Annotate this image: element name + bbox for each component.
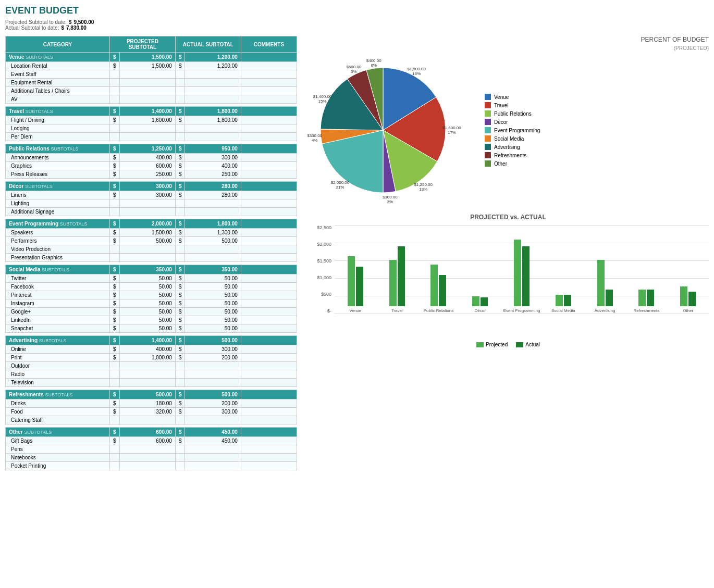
pie-label: $400.006% <box>366 58 381 68</box>
bar-group-label: Public Relations <box>418 308 460 314</box>
item-proj-dollar: $ <box>110 283 120 291</box>
item-act-dollar <box>175 245 185 254</box>
item-name: Additional Signage <box>6 208 110 216</box>
item-name: Food <box>6 408 110 416</box>
item-act-val <box>185 133 241 141</box>
item-act-val: 300.00 <box>185 154 241 162</box>
actual-bar <box>647 290 654 306</box>
section-act-val: 500.00 <box>185 336 241 345</box>
section-proj-dollar: $ <box>110 107 120 116</box>
item-act-dollar <box>175 95 185 104</box>
bar-group: Advertising <box>584 225 626 314</box>
actual-header: ACTUAL SUBTOTAL <box>175 36 241 53</box>
category-header: CATEGORY <box>6 36 110 53</box>
section-proj-val: 600.00 <box>119 428 175 437</box>
section-proj-dollar: $ <box>110 428 120 437</box>
item-proj-dollar: $ <box>110 291 120 299</box>
item-name: Press Releases <box>6 170 110 179</box>
item-act-dollar: $ <box>175 399 185 408</box>
bar-group-label: Social Media <box>543 308 584 314</box>
item-comments <box>241 154 297 162</box>
legend-label: Advertising <box>494 144 520 150</box>
item-name: Graphics <box>6 162 110 170</box>
item-act-dollar <box>175 133 185 141</box>
item-proj-dollar: $ <box>110 274 120 283</box>
item-act-val: 400.00 <box>185 162 241 170</box>
section-act-val: 1,200.00 <box>185 53 241 62</box>
item-act-val <box>185 208 241 216</box>
item-act-dollar <box>175 416 185 424</box>
item-proj-dollar <box>110 445 120 454</box>
section-act-val: 1,800.00 <box>185 219 241 229</box>
projected-dollar: $ <box>69 19 72 25</box>
projected-legend-label: Projected <box>486 342 508 347</box>
item-act-val <box>185 454 241 462</box>
item-comments <box>241 70 297 79</box>
item-act-dollar <box>175 454 185 462</box>
section-comments <box>241 265 297 274</box>
projected-bar <box>472 296 479 306</box>
legend-label: Event Programming <box>494 128 540 133</box>
item-proj-dollar <box>110 70 120 79</box>
item-act-dollar: $ <box>175 408 185 416</box>
item-proj-val <box>119 133 175 141</box>
budget-table: CATEGORY PROJECTED SUBTOTAL ACTUAL SUBTO… <box>5 36 297 473</box>
item-act-val <box>185 79 241 87</box>
bar-legend: Projected Actual <box>307 342 709 347</box>
item-name: Equipment Rental <box>6 79 110 87</box>
item-name: Facebook <box>6 283 110 291</box>
projected-legend-item: Projected <box>476 342 508 347</box>
item-comments <box>241 445 297 454</box>
item-name: Event Staff <box>6 70 110 79</box>
item-comments <box>241 345 297 354</box>
item-comments <box>241 299 297 308</box>
section-name: Event Programming SUBTOTALS <box>6 219 110 229</box>
item-proj-dollar: $ <box>110 299 120 308</box>
bar-group-label: Other <box>667 308 709 314</box>
bar-group: Event Programming <box>501 225 543 314</box>
legend-color <box>485 135 491 142</box>
pie-legend: Venue Travel Public Relations Décor Even… <box>485 94 540 167</box>
item-comments <box>241 416 297 424</box>
item-proj-val <box>119 208 175 216</box>
item-comments <box>241 399 297 408</box>
item-proj-dollar: $ <box>110 170 120 179</box>
section-act-dollar: $ <box>175 182 185 191</box>
projected-bar <box>597 260 605 307</box>
item-proj-val <box>119 462 175 470</box>
item-act-dollar: $ <box>175 283 185 291</box>
legend-item: Refreshments <box>485 152 540 158</box>
section-proj-dollar: $ <box>110 219 120 229</box>
item-name: Pinterest <box>6 291 110 299</box>
legend-label: Travel <box>494 103 508 108</box>
item-proj-dollar: $ <box>110 408 120 416</box>
bar-group-label: Venue <box>335 308 376 314</box>
item-proj-val <box>119 370 175 379</box>
item-name: Drinks <box>6 399 110 408</box>
bar-chart-section: PROJECTED vs. ACTUAL $2,500$2,000$1,500$… <box>307 214 709 347</box>
item-proj-val <box>119 245 175 254</box>
item-act-val <box>185 379 241 387</box>
item-act-val: 200.00 <box>185 399 241 408</box>
item-act-val: 200.00 <box>185 354 241 362</box>
item-comments <box>241 124 297 133</box>
item-name: Additional Tables / Chairs <box>6 87 110 95</box>
item-act-dollar <box>175 87 185 95</box>
item-comments <box>241 133 297 141</box>
item-name: Location Rental <box>6 62 110 70</box>
legend-label: Refreshments <box>494 153 526 158</box>
item-act-val <box>185 70 241 79</box>
item-name: Instagram <box>6 299 110 308</box>
item-comments <box>241 408 297 416</box>
actual-bar <box>481 297 488 307</box>
legend-color <box>485 94 491 100</box>
section-name: Public Relations SUBTOTALS <box>6 144 110 154</box>
item-proj-val: 250.00 <box>119 170 175 179</box>
item-proj-val: 50.00 <box>119 283 175 291</box>
section-proj-dollar: $ <box>110 53 120 62</box>
item-act-val: 500.00 <box>185 237 241 245</box>
item-comments <box>241 454 297 462</box>
item-comments <box>241 254 297 262</box>
section-name: Other SUBTOTALS <box>6 428 110 437</box>
item-proj-val <box>119 199 175 208</box>
